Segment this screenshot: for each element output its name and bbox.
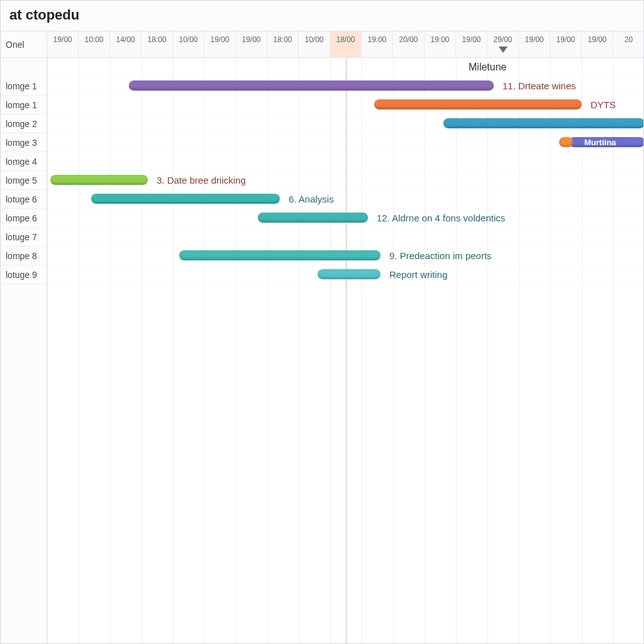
time-tick[interactable]: 19/00 — [519, 31, 550, 57]
time-tick[interactable]: 19/00 — [47, 31, 79, 57]
time-tick[interactable]: 19/00 — [582, 31, 613, 57]
gantt-rows: Miletune11. Drteate winesDYTS12. SouMurt… — [47, 58, 643, 643]
sidebar-row[interactable]: lotuge 9 — [1, 265, 47, 284]
time-tick[interactable]: 10/00 — [173, 31, 204, 57]
gantt-chart-body[interactable]: Miletune11. Drteate winesDYTS12. SouMurt… — [47, 58, 643, 643]
time-tick[interactable]: 19/00 — [550, 31, 582, 57]
time-tick[interactable]: 10/00 — [299, 31, 330, 57]
gantt-app: at ctopedu Onel lomge 1lomge 1lomge 2lom… — [0, 0, 644, 644]
gantt-bar-label: 11. Drteate wines — [502, 80, 576, 91]
main-panel: Onel lomge 1lomge 1lomge 2lomge 3lomge 4… — [1, 31, 643, 643]
time-tick[interactable]: 10:00 — [79, 31, 110, 57]
gantt-bar[interactable] — [50, 175, 148, 185]
sidebar-row[interactable]: lompe 8 — [1, 247, 47, 265]
time-header[interactable]: 19/0010:0014/0018:0010/0019/0019/0018:00… — [47, 31, 643, 58]
gantt-bar[interactable] — [129, 80, 494, 91]
sidebar-row[interactable] — [1, 58, 47, 77]
timeline-pane[interactable]: 19/0010:0014/0018:0010/0019/0019/0018:00… — [47, 31, 643, 643]
sidebar-header: Onel — [1, 31, 47, 58]
sidebar-row[interactable]: lomge 1 — [1, 96, 47, 114]
time-marker-icon[interactable] — [499, 47, 508, 53]
gantt-bar-label: Report writing — [389, 269, 448, 280]
gantt-bar[interactable] — [318, 269, 380, 279]
gantt-bar-label: DYTS — [591, 99, 616, 110]
sidebar-row[interactable]: lompe 6 — [1, 209, 47, 228]
time-tick[interactable]: 18:00 — [267, 31, 299, 57]
time-tick[interactable]: 19/00 — [236, 31, 267, 57]
sidebar-row[interactable]: lomge 2 — [1, 114, 47, 133]
gantt-bar-label-inside: Murtiina — [584, 138, 616, 147]
time-tick[interactable]: 19/00 — [204, 31, 236, 57]
gantt-bar-label: 12. Aldrne on 4 fons voldentics — [377, 213, 505, 223]
sidebar-row[interactable]: lomge 4 — [1, 152, 47, 171]
time-tick[interactable]: 20 — [613, 31, 644, 57]
time-tick[interactable]: 19:00 — [362, 31, 393, 57]
gantt-bar-label: 3. Date bree driicking — [157, 175, 246, 186]
time-tick[interactable]: 14/00 — [110, 31, 142, 57]
sidebar-row[interactable]: lomge 5 — [1, 171, 47, 190]
sidebar-row[interactable]: lotuge 7 — [1, 228, 47, 247]
gantt-bar[interactable] — [91, 194, 280, 204]
gantt-bar-label: 9. Predeaction im peorts — [389, 250, 492, 261]
time-tick[interactable]: 20/00 — [393, 31, 425, 57]
gantt-bar[interactable] — [258, 213, 368, 223]
gantt-bar[interactable] — [374, 99, 582, 109]
page-title: at ctopedu — [1, 1, 643, 31]
time-tick[interactable]: 19:00 — [425, 31, 456, 57]
time-tick[interactable]: 18/00 — [330, 31, 362, 57]
sidebar-rows: lomge 1lomge 1lomge 2lomge 3lomge 4lomge… — [1, 58, 47, 643]
time-tick[interactable]: 19/00 — [456, 31, 487, 57]
gantt-bar[interactable] — [179, 250, 380, 260]
gantt-bar-prefix — [559, 137, 573, 147]
task-sidebar: Onel lomge 1lomge 1lomge 2lomge 3lomge 4… — [1, 31, 47, 643]
gantt-bar[interactable] — [443, 118, 643, 128]
time-tick[interactable]: 29/00 — [487, 31, 519, 57]
time-tick[interactable]: 18:00 — [142, 31, 173, 57]
sidebar-row[interactable]: lotuge 6 — [1, 190, 47, 209]
sidebar-row[interactable]: lomge 1 — [1, 77, 47, 96]
gantt-bar-label: 6. Analysis — [289, 194, 334, 204]
sidebar-row[interactable]: lomge 3 — [1, 133, 47, 152]
